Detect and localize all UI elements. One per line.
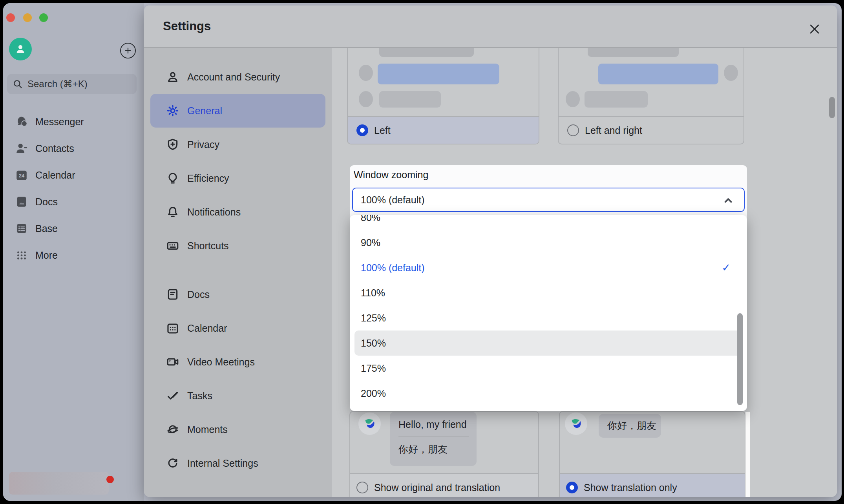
dropdown-option-80[interactable]: 80%	[350, 215, 747, 230]
preview-bubble-grey	[585, 91, 648, 108]
traffic-light-zoom[interactable]	[39, 13, 48, 22]
user-avatar[interactable]	[9, 38, 32, 60]
nav-item-docs[interactable]: Docs	[150, 278, 325, 311]
nav-item-internal-settings[interactable]: Internal Settings	[150, 446, 325, 480]
bubble-alignment-right-card[interactable]: Left and right	[558, 48, 744, 144]
nav-item-general[interactable]: General	[150, 94, 325, 128]
document-icon	[166, 288, 179, 301]
preview-avatar	[359, 91, 373, 107]
nav-item-label: Video Meetings	[187, 356, 255, 368]
nav-item-tasks[interactable]: Tasks	[150, 379, 325, 413]
option-label: 80%	[361, 215, 380, 223]
nav-item-label: Calendar	[187, 323, 227, 334]
translation-left-card[interactable]: Hello, my friend 你好，朋友 Show original and…	[349, 411, 539, 497]
nav-item-label: Notifications	[187, 206, 241, 218]
translated-message: 你好，朋友	[390, 437, 477, 456]
bubble-alignment-left-footer[interactable]: Left	[348, 116, 539, 144]
nav-item-label: Efficiency	[187, 173, 229, 184]
modal-scrollbar-thumb[interactable]	[829, 97, 835, 118]
translation-left-footer[interactable]: Show original and translation	[350, 473, 538, 497]
close-icon	[808, 22, 821, 36]
search-input[interactable]: Search (⌘+K)	[7, 74, 137, 94]
nav-item-label: Privacy	[187, 139, 219, 150]
nav-item-label: Account and Security	[187, 71, 280, 83]
sidebar-item-base[interactable]: Base	[3, 215, 144, 242]
close-button[interactable]	[807, 21, 822, 37]
bubble-alignment-right-footer[interactable]: Left and right	[559, 116, 744, 144]
translation-right-card[interactable]: 你好，朋友 Show translation only	[559, 411, 745, 497]
nav-item-label: Shortcuts	[187, 240, 229, 252]
check-pen-icon	[166, 389, 179, 402]
nav-item-account-security[interactable]: Account and Security	[150, 60, 325, 94]
app-window: Search (⌘+K) Messenger Contacts	[3, 3, 842, 501]
dropdown-option-125[interactable]: 125%	[350, 305, 747, 331]
modal-header: Settings	[144, 5, 837, 48]
dots-grid-icon	[15, 248, 28, 262]
dropdown-scrollbar-thumb[interactable]	[737, 313, 743, 405]
dropdown-option-150[interactable]: 150%	[354, 331, 742, 356]
window-zooming-select[interactable]: 100% (default)	[352, 188, 745, 212]
preview-avatar	[359, 65, 373, 81]
nav-item-notifications[interactable]: Notifications	[150, 195, 325, 229]
sidebar-item-label: Contacts	[35, 143, 74, 154]
preview-bubble-blue	[378, 64, 499, 84]
nav-item-video-meetings[interactable]: Video Meetings	[150, 345, 325, 379]
nav-item-label: Moments	[187, 424, 228, 435]
radio-label: Left	[374, 125, 391, 136]
option-label: 100% (default)	[361, 262, 425, 273]
preview-pill	[379, 48, 474, 57]
gear-icon	[166, 104, 179, 117]
plus-icon	[124, 46, 132, 55]
bubble-alignment-left-card[interactable]: Left	[347, 48, 539, 144]
sidebar-item-contacts[interactable]: Contacts	[3, 135, 144, 162]
sidebar-item-calendar[interactable]: 24 Calendar	[3, 162, 144, 188]
radio-left-and-right[interactable]	[567, 124, 579, 136]
sidebar-item-label: Messenger	[35, 116, 84, 128]
nav-item-shortcuts[interactable]: Shortcuts	[150, 229, 325, 263]
sidebar-item-messenger[interactable]: Messenger	[3, 108, 144, 135]
dropdown-option-90[interactable]: 90%	[350, 230, 747, 255]
section-background-strip	[745, 412, 750, 497]
radio-show-original-and-translation[interactable]	[356, 482, 368, 493]
dropdown-option-175[interactable]: 175%	[350, 356, 747, 381]
radio-show-translation-only[interactable]	[566, 482, 578, 493]
radio-label: Show original and translation	[374, 482, 500, 493]
keyboard-icon	[166, 239, 179, 252]
option-label: 125%	[361, 312, 386, 323]
traffic-light-minimize[interactable]	[23, 13, 32, 22]
bell-icon	[166, 205, 179, 219]
person-icon	[15, 43, 26, 55]
nav-item-calendar[interactable]: Calendar	[150, 311, 325, 345]
check-icon: ✓	[722, 255, 731, 280]
nav-item-efficiency[interactable]: Efficiency	[150, 161, 325, 195]
radio-left-selected[interactable]	[356, 124, 368, 136]
option-label: 200%	[361, 388, 386, 399]
redacted-workspace-label[interactable]	[9, 472, 109, 495]
preview-pill	[588, 48, 679, 57]
nav-item-moments[interactable]: Moments	[150, 413, 325, 446]
dropdown-option-200[interactable]: 200%	[350, 381, 747, 406]
sidebar-item-label: Docs	[35, 196, 58, 208]
selected-value: 100% (default)	[361, 194, 425, 206]
window-zooming-label: Window zooming	[354, 169, 428, 181]
sidebar-item-more[interactable]: More	[3, 242, 144, 268]
person-lines-icon	[15, 142, 28, 155]
search-placeholder: Search (⌘+K)	[27, 79, 88, 89]
translation-right-footer[interactable]: Show translation only	[560, 473, 745, 497]
nav-item-privacy[interactable]: Privacy	[150, 128, 325, 161]
app-sidebar: Search (⌘+K) Messenger Contacts	[3, 3, 144, 501]
nav-item-label: Tasks	[187, 390, 212, 402]
dropdown-option-100-default[interactable]: 100% (default) ✓	[350, 255, 747, 280]
dropdown-option-110[interactable]: 110%	[350, 280, 747, 305]
settings-nav: Account and Security General Privacy	[144, 48, 332, 497]
lark-logo-icon	[363, 417, 376, 431]
calendar-icon	[166, 321, 179, 335]
shield-plus-icon	[166, 138, 179, 151]
calendar-24-icon: 24	[15, 168, 28, 182]
settings-content: Left Left and right Window zooming 100%	[332, 48, 837, 497]
chat-bubble: 你好，朋友	[599, 414, 661, 438]
preview-avatar	[724, 65, 738, 81]
traffic-light-close[interactable]	[6, 13, 15, 22]
sidebar-item-docs[interactable]: Docs	[3, 188, 144, 215]
add-button[interactable]	[120, 43, 136, 58]
